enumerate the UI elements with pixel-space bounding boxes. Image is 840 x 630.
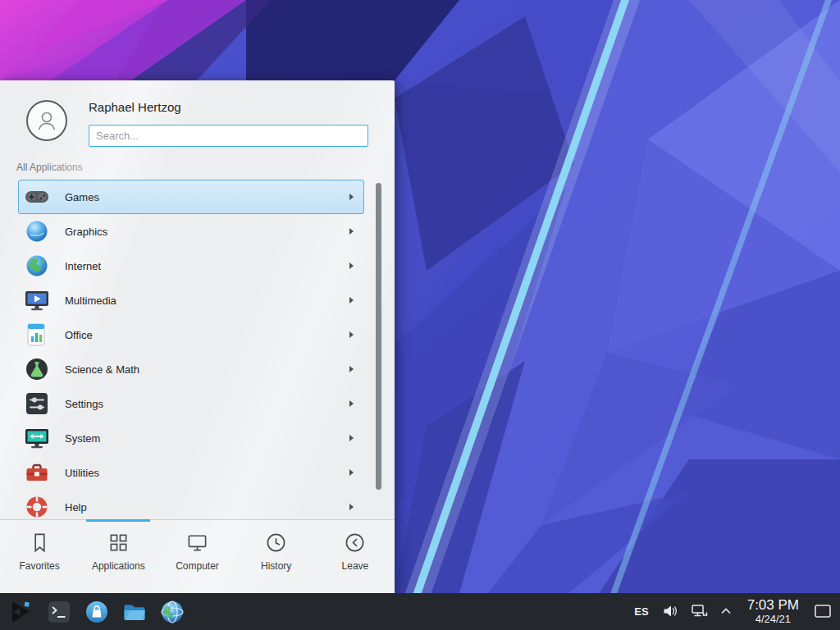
chevron-right-icon — [349, 228, 354, 235]
user-icon — [34, 108, 59, 133]
network-icon[interactable] — [691, 603, 708, 619]
category-row-games[interactable]: Games — [18, 180, 364, 214]
chevron-right-icon — [349, 262, 354, 269]
category-label: Help — [65, 501, 349, 514]
category-row-science-math[interactable]: Science & Math — [18, 352, 364, 386]
clock-date: 4/24/21 — [747, 614, 799, 626]
tab-label: Leave — [342, 560, 369, 572]
help-icon — [24, 494, 50, 519]
clock[interactable]: 7:03 PM 4/24/21 — [747, 597, 799, 625]
tray-expand-icon[interactable] — [720, 607, 732, 615]
section-label: All Applications — [0, 157, 395, 178]
system-monitor-icon — [24, 425, 50, 451]
category-label: System — [65, 432, 349, 445]
tab-label: Applications — [92, 560, 145, 572]
chevron-right-icon — [349, 297, 354, 304]
chevron-right-icon — [349, 504, 354, 510]
folder-icon — [122, 600, 147, 624]
category-row-utilities[interactable]: Utilities — [18, 455, 364, 490]
multimedia-icon — [24, 287, 50, 313]
category-label: Science & Math — [65, 363, 349, 376]
category-row-help[interactable]: Help — [18, 490, 364, 519]
toolbox-icon — [24, 459, 50, 486]
category-row-multimedia[interactable]: Multimedia — [18, 283, 364, 317]
chevron-right-icon — [349, 400, 354, 407]
tab-label: History — [261, 560, 291, 572]
chevron-right-icon — [349, 331, 354, 338]
grid-icon — [107, 532, 130, 554]
kde-launcher-icon — [9, 600, 34, 624]
keyboard-layout-indicator[interactable]: ES — [634, 605, 648, 618]
terminal-button[interactable] — [44, 597, 74, 627]
category-row-internet[interactable]: Internet — [18, 249, 364, 283]
avatar[interactable] — [26, 100, 67, 141]
chevron-right-icon — [349, 366, 354, 372]
search-input[interactable] — [89, 125, 368, 147]
discover-bag-icon — [84, 600, 109, 624]
launcher-header: Raphael Hertzog — [0, 80, 395, 157]
chevron-right-icon — [349, 194, 354, 200]
bookmark-icon — [29, 532, 51, 554]
scrollbar[interactable] — [376, 183, 381, 513]
launcher-tab-bar: Favorites Applications Computer History — [0, 519, 395, 593]
leave-icon — [344, 532, 366, 554]
user-name: Raphael Hertzog — [89, 100, 368, 114]
file-manager-button[interactable] — [120, 597, 149, 627]
web-browser-button[interactable] — [158, 597, 187, 627]
software-center-button[interactable] — [82, 597, 112, 627]
settings-sliders-icon — [24, 390, 50, 417]
show-desktop-button[interactable] — [814, 603, 832, 619]
tab-history[interactable]: History — [237, 520, 316, 593]
category-label: Multimedia — [65, 294, 349, 307]
category-label: Utilities — [65, 467, 349, 479]
chevron-right-icon — [349, 435, 354, 441]
category-row-system[interactable]: System — [18, 421, 364, 455]
tab-favorites[interactable]: Favorites — [0, 520, 79, 593]
category-row-settings[interactable]: Settings — [18, 386, 364, 421]
category-label: Games — [65, 191, 349, 203]
category-row-office[interactable]: Office — [18, 317, 364, 352]
scrollbar-thumb[interactable] — [376, 183, 381, 490]
graphics-icon — [24, 218, 50, 244]
clock-time: 7:03 PM — [747, 597, 799, 614]
category-label: Internet — [65, 260, 349, 272]
tab-label: Favorites — [19, 560, 59, 572]
tab-label: Computer — [176, 560, 219, 572]
terminal-icon — [47, 600, 71, 624]
volume-icon[interactable] — [662, 603, 678, 619]
monitor-icon — [186, 532, 208, 554]
system-tray: ES 7:03 PM 4/24/21 — [634, 597, 833, 625]
header-right: Raphael Hertzog — [89, 100, 368, 147]
office-icon — [24, 322, 50, 348]
science-flask-icon — [24, 356, 50, 382]
app-launcher-button[interactable] — [7, 597, 36, 627]
browser-globe-icon — [160, 600, 185, 624]
chevron-right-icon — [349, 469, 354, 476]
application-launcher-menu: Raphael Hertzog All Applications Games G… — [0, 80, 395, 593]
gamepad-icon — [24, 184, 50, 210]
category-row-graphics[interactable]: Graphics — [18, 214, 364, 249]
taskbar: ES 7:03 PM 4/24/21 — [0, 593, 840, 630]
tab-computer[interactable]: Computer — [158, 520, 236, 593]
tab-applications[interactable]: Applications — [79, 520, 158, 593]
clock-icon — [265, 532, 287, 554]
category-label: Office — [65, 329, 349, 341]
show-desktop-icon — [814, 603, 832, 619]
category-label: Settings — [65, 398, 349, 410]
tab-leave[interactable]: Leave — [316, 520, 395, 593]
category-list: Games Graphics Internet Multimedia — [0, 178, 395, 519]
globe-icon — [24, 253, 50, 279]
category-label: Graphics — [65, 226, 349, 238]
